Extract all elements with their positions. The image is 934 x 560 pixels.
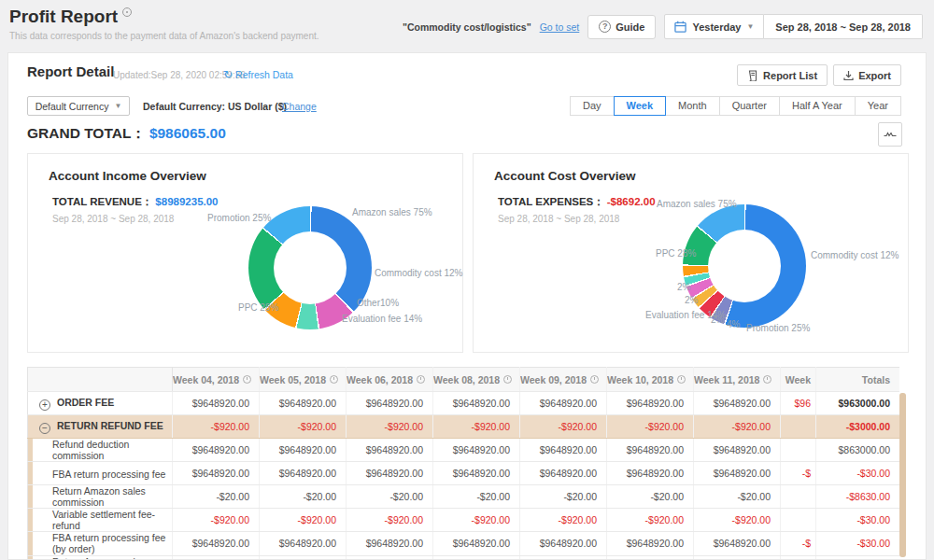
week-value-cell: -$920.00 [173,509,260,532]
row-label: Refund deduction commission [52,439,168,461]
change-currency-link[interactable]: Change [282,101,317,112]
week-value-cell: -$20.00 [694,485,781,509]
collapse-icon[interactable]: − [39,423,50,434]
tab-year[interactable]: Year [855,96,901,116]
guide-button[interactable]: ? Guide [587,15,656,39]
week-value-cell: -$920.00 [260,509,347,532]
total-value-cell: -$30.00 [816,509,900,532]
child-row-label-cell: Return Amazon sales commission [28,485,173,509]
week-value-cell: $9648920.00 [520,462,607,485]
week-column-header[interactable]: Week 08, 2018 [433,368,520,392]
partial-week-cell: -$ [781,462,816,485]
week-column-header-partial[interactable]: Week [781,368,816,392]
week-value-cell: -$920.00 [607,415,694,439]
table-scrollbar[interactable] [899,393,906,557]
period-tabs: Day Week Month Quarter Half A Year Year [571,96,901,116]
partial-week-cell [781,439,816,462]
row-label: FBA return processing fee [52,469,165,480]
week-value-cell: $9648920.00 [520,439,607,462]
week-column-header[interactable]: Week 09, 2018 [520,368,607,392]
week-column-header[interactable]: Week 05, 2018 [260,368,347,392]
tab-week[interactable]: Week [614,96,667,116]
chevron-down-icon: ▼ [746,22,754,31]
week-value-cell: -$920.00 [347,555,433,559]
partial-week-cell: -$ [781,532,816,555]
total-value-cell: -$3000.00 [816,415,900,439]
default-currency-label: Default Currency: US Dollar ($) [143,101,287,112]
page-header: Profit Report This data corresponds to t… [0,0,934,52]
week-value-cell: $9648920.00 [173,532,260,555]
week-value-cell: $9648920.00 [173,392,260,415]
week-value-cell: -$920.00 [347,509,433,532]
week-value-cell: -$920.00 [520,555,607,559]
date-range-field[interactable]: Sep 28, 2018 ~ Sep 28, 2018 [764,14,923,39]
tab-day[interactable]: Day [570,96,615,116]
week-value-cell: $9648920.00 [347,392,433,415]
clock-icon [503,375,512,384]
section-title: Report Detail [27,63,114,79]
segment-label: Other10% [357,298,399,308]
row-label: RETURN REFUND FEE [57,420,163,431]
segment-label: PPC 28% [238,302,278,313]
row-label: Variable settlement fee-refund [52,509,168,531]
date-preset-dropdown[interactable]: Yesterday ▼ [664,14,764,39]
report-table: Week 04, 2018Week 05, 2018Week 06, 2018W… [27,367,899,559]
segment-label: 2% [685,295,698,305]
total-value-cell: -$30.00 [816,532,900,555]
total-revenue-value: $8989235.00 [155,196,218,207]
help-icon[interactable] [122,7,132,17]
week-value-cell: $9648920.00 [433,392,520,415]
row-label: ORDER FEE [57,397,114,408]
grand-total: GRAND TOTAL：$986065.00 [27,124,226,144]
week-column-header[interactable]: Week 04, 2018 [173,368,260,392]
refresh-icon: ↻ [223,68,233,81]
week-value-cell: $9648920.00 [694,532,781,555]
refresh-data-link[interactable]: ↻Refresh Data [223,68,293,81]
table-row: +ORDER FEE$9648920.00$9648920.00$9648920… [28,392,900,415]
total-value-cell: -$30.00 [816,462,900,485]
week-value-cell: -$920.00 [260,555,347,559]
week-value-cell: $9648920.00 [607,532,694,555]
week-value-cell: -$20.00 [607,485,694,509]
chart-toggle-button[interactable] [878,122,902,147]
currency-dropdown[interactable]: Default Currency ▼ [27,96,130,116]
week-value-cell: $9648920.00 [694,462,781,485]
partial-week-cell [781,509,816,532]
donut-hole [274,231,347,304]
child-row-label-cell: Refund deduction commission [28,439,173,462]
week-value-cell: -$920.00 [173,555,260,559]
segment-label: 2% [677,282,690,292]
total-value-cell: $963000.00 [816,392,900,415]
week-column-header[interactable]: Week 06, 2018 [347,368,433,392]
week-column-header[interactable]: Week 11, 2018 [694,368,781,392]
cost-card-title: Account Cost Overview [494,169,636,183]
page-subtitle: This data corresponds to the payment dat… [9,31,319,41]
clock-icon [677,375,686,384]
tab-half-year[interactable]: Half A Year [779,96,856,116]
week-value-cell: $9648920.00 [173,462,260,485]
tab-month[interactable]: Month [665,96,720,116]
tab-quarter[interactable]: Quarter [719,96,780,116]
week-value-cell: $9648920.00 [260,439,347,462]
week-value-cell: $9648920.00 [347,439,433,462]
table-row: −RETURN REFUND FEE-$920.00-$920.00-$920.… [28,415,900,439]
week-value-cell: $9648920.00 [433,462,520,485]
week-column-header[interactable]: Week 10, 2018 [607,368,694,392]
partial-week-cell [781,555,816,559]
week-value-cell: $9648920.00 [520,392,607,415]
clock-icon [243,375,251,384]
week-value-cell: $9648920.00 [433,439,520,462]
segment-label: Promotion 25% [746,323,810,333]
expand-icon[interactable]: + [39,399,50,411]
row-label: Return Amazon sales commission [52,556,168,560]
week-value-cell: $9648920.00 [694,392,781,415]
chevron-down-icon: ▼ [114,102,121,110]
group-row-label-cell[interactable]: +ORDER FEE [28,392,173,415]
export-button[interactable]: Export [833,64,901,86]
total-expenses-value: -$8692.00 [607,196,656,207]
go-to-set-link[interactable]: Go to set [540,21,580,33]
group-row-label-cell[interactable]: −RETURN REFUND FEE [28,415,173,439]
report-list-icon [747,70,758,81]
table-row: Return Amazon sales commission-$920.00-$… [28,555,900,559]
report-list-button[interactable]: Report List [737,64,828,86]
